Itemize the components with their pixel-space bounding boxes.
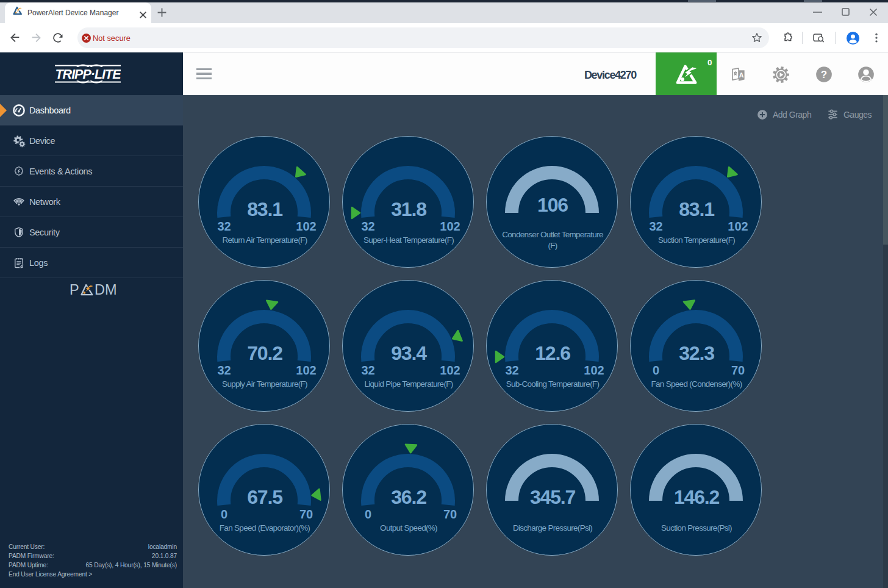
svg-text:TRIPP·LITE: TRIPP·LITE <box>55 67 121 82</box>
svg-text:A: A <box>739 71 744 79</box>
svg-text:?: ? <box>821 69 827 81</box>
